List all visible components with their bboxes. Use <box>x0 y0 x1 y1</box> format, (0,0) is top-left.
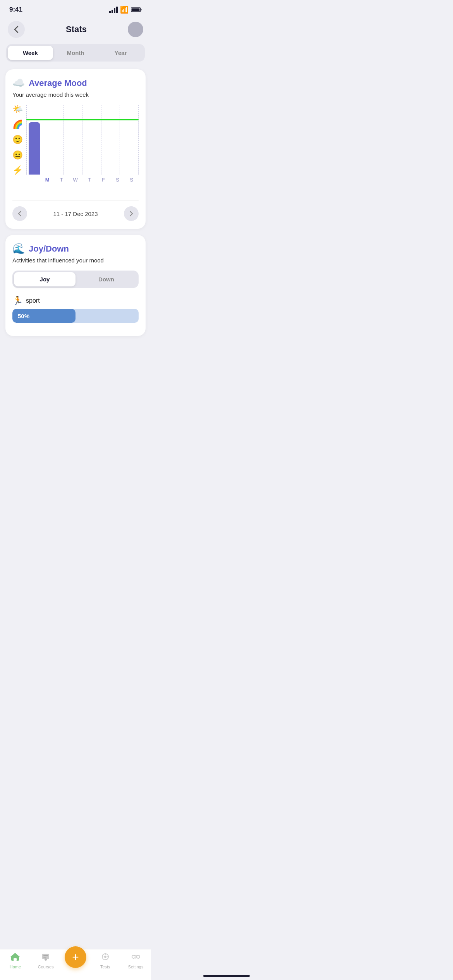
day-label-sat: S <box>110 177 124 183</box>
day-label-tue: T <box>54 177 68 183</box>
mood-icon-smile: 🙂 <box>12 135 23 144</box>
mood-icon-rainbow: 🌈 <box>12 120 23 129</box>
date-navigation: 11 - 17 Dec 2023 <box>12 200 139 221</box>
activity-label-sport: 🏃 sport <box>12 296 139 306</box>
bar-mon <box>29 122 40 175</box>
activity-name-sport: sport <box>26 297 40 304</box>
back-button[interactable] <box>8 21 25 38</box>
signal-icon <box>109 7 118 13</box>
wave-icon: 🌊 <box>12 243 25 255</box>
average-mood-subtitle: Your average mood this week <box>12 91 139 98</box>
day-label-mon: M <box>40 177 54 183</box>
joy-down-header: 🌊 Joy/Down <box>12 243 139 255</box>
tab-week[interactable]: Week <box>8 46 53 60</box>
joy-down-title: Joy/Down <box>29 244 69 254</box>
mood-chart: 🌤️ 🌈 🙂 😐 ⚡ <box>12 105 139 194</box>
prev-week-button[interactable] <box>12 206 27 221</box>
page-title: Stats <box>66 24 87 34</box>
sport-progress-fill: 50% <box>12 309 76 323</box>
svg-rect-2 <box>132 9 140 11</box>
cloud-icon: ☁️ <box>12 77 25 89</box>
average-mood-title: Average Mood <box>29 78 87 88</box>
joy-down-toggle: Joy Down <box>12 271 139 288</box>
mood-y-axis: 🌤️ 🌈 🙂 😐 ⚡ <box>12 105 23 175</box>
sport-icon: 🏃 <box>12 296 23 306</box>
avatar[interactable] <box>128 22 143 37</box>
next-week-button[interactable] <box>124 206 139 221</box>
chart-area <box>26 105 139 175</box>
day-label-sun: S <box>125 177 139 183</box>
toggle-joy[interactable]: Joy <box>14 272 76 286</box>
day-label-wed: W <box>69 177 82 183</box>
day-labels: M T W T F S S <box>40 177 139 183</box>
bar-col-mon <box>26 122 42 175</box>
sport-percent-label: 50% <box>18 313 29 319</box>
status-icons: 📶 <box>109 5 142 14</box>
mood-icon-thunder: ⚡ <box>12 166 23 175</box>
day-label-fri: F <box>96 177 110 183</box>
sport-progress-bg: 50% <box>12 309 139 323</box>
day-label-thu: T <box>82 177 96 183</box>
status-time: 9:41 <box>9 6 22 14</box>
status-bar: 9:41 📶 <box>0 0 151 17</box>
wifi-icon: 📶 <box>120 5 129 14</box>
header: Stats <box>0 17 151 44</box>
toggle-down[interactable]: Down <box>76 272 137 286</box>
mood-icon-neutral: 😐 <box>12 151 23 159</box>
date-range-label: 11 - 17 Dec 2023 <box>53 211 98 217</box>
tab-month[interactable]: Month <box>53 46 98 60</box>
period-tabs: Week Month Year <box>6 44 145 62</box>
joy-down-subtitle: Activities that influenced your mood <box>12 257 139 264</box>
battery-icon <box>131 7 142 12</box>
activity-sport: 🏃 sport 50% <box>12 296 139 323</box>
average-line <box>26 119 139 120</box>
svg-rect-1 <box>141 9 142 10</box>
average-mood-card: ☁️ Average Mood Your average mood this w… <box>5 69 146 229</box>
chart-bars <box>26 105 139 175</box>
mood-icon-sunny: 🌤️ <box>12 105 23 113</box>
joy-down-card: 🌊 Joy/Down Activities that influenced yo… <box>5 235 146 336</box>
tab-year[interactable]: Year <box>98 46 143 60</box>
average-mood-header: ☁️ Average Mood <box>12 77 139 89</box>
